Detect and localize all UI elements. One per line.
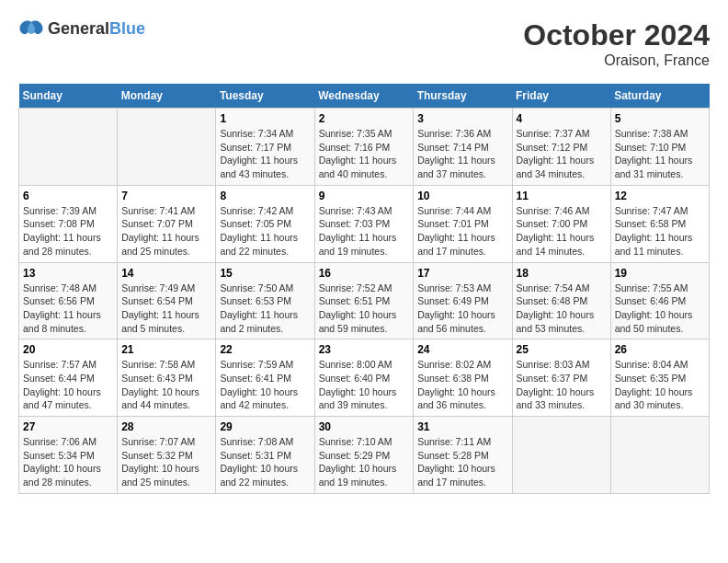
day-info: Sunrise: 7:58 AMSunset: 6:43 PMDaylight:… bbox=[121, 358, 211, 412]
calendar-cell: 28Sunrise: 7:07 AMSunset: 5:32 PMDayligh… bbox=[118, 417, 216, 494]
logo-general: General bbox=[48, 19, 109, 38]
day-number: 18 bbox=[517, 267, 607, 280]
week-row-1: 1Sunrise: 7:34 AMSunset: 7:17 PMDaylight… bbox=[19, 109, 710, 186]
day-info: Sunrise: 7:06 AMSunset: 5:34 PMDaylight:… bbox=[23, 435, 113, 489]
day-number: 28 bbox=[121, 420, 211, 433]
calendar-body: 1Sunrise: 7:34 AMSunset: 7:17 PMDaylight… bbox=[19, 109, 710, 494]
location: Oraison, France bbox=[523, 52, 710, 69]
week-row-3: 13Sunrise: 7:48 AMSunset: 6:56 PMDayligh… bbox=[19, 262, 710, 339]
day-info: Sunrise: 8:03 AMSunset: 6:37 PMDaylight:… bbox=[517, 358, 607, 412]
calendar-cell: 2Sunrise: 7:35 AMSunset: 7:16 PMDaylight… bbox=[314, 109, 414, 186]
calendar-cell: 22Sunrise: 7:59 AMSunset: 6:41 PMDayligh… bbox=[216, 339, 314, 417]
calendar-cell: 8Sunrise: 7:42 AMSunset: 7:05 PMDaylight… bbox=[216, 185, 314, 262]
day-info: Sunrise: 7:42 AMSunset: 7:05 PMDaylight:… bbox=[220, 204, 310, 259]
week-row-2: 6Sunrise: 7:39 AMSunset: 7:08 PMDaylight… bbox=[19, 185, 710, 262]
day-info: Sunrise: 7:52 AMSunset: 6:51 PMDaylight:… bbox=[319, 282, 410, 336]
day-info: Sunrise: 7:07 AMSunset: 5:32 PMDaylight:… bbox=[121, 435, 211, 489]
day-info: Sunrise: 7:47 AMSunset: 6:58 PMDaylight:… bbox=[615, 204, 705, 259]
day-number: 22 bbox=[220, 343, 310, 356]
weekday-row: SundayMondayTuesdayWednesdayThursdayFrid… bbox=[19, 84, 710, 109]
calendar-cell bbox=[118, 109, 216, 186]
day-number: 27 bbox=[23, 420, 113, 433]
weekday-wednesday: Wednesday bbox=[314, 84, 414, 109]
day-number: 21 bbox=[121, 343, 211, 356]
calendar-cell: 20Sunrise: 7:57 AMSunset: 6:44 PMDayligh… bbox=[19, 339, 118, 417]
calendar-cell: 4Sunrise: 7:37 AMSunset: 7:12 PMDaylight… bbox=[512, 109, 610, 186]
logo-blue: Blue bbox=[109, 19, 145, 38]
day-number: 14 bbox=[121, 267, 211, 280]
calendar-cell: 11Sunrise: 7:46 AMSunset: 7:00 PMDayligh… bbox=[512, 185, 610, 262]
day-info: Sunrise: 7:55 AMSunset: 6:46 PMDaylight:… bbox=[615, 282, 705, 336]
calendar-cell bbox=[512, 417, 610, 494]
calendar-cell bbox=[19, 109, 118, 186]
day-number: 16 bbox=[319, 267, 410, 280]
day-info: Sunrise: 7:53 AMSunset: 6:49 PMDaylight:… bbox=[417, 282, 507, 336]
day-number: 1 bbox=[220, 112, 310, 125]
day-number: 25 bbox=[517, 343, 607, 356]
weekday-monday: Monday bbox=[118, 84, 216, 109]
day-info: Sunrise: 7:50 AMSunset: 6:53 PMDaylight:… bbox=[220, 282, 310, 336]
calendar-cell: 6Sunrise: 7:39 AMSunset: 7:08 PMDaylight… bbox=[19, 185, 118, 262]
month-title: October 2024 Oraison, France bbox=[523, 18, 710, 69]
calendar-cell bbox=[610, 417, 709, 494]
calendar-cell: 15Sunrise: 7:50 AMSunset: 6:53 PMDayligh… bbox=[216, 262, 314, 339]
day-info: Sunrise: 7:35 AMSunset: 7:16 PMDaylight:… bbox=[319, 127, 410, 181]
page-header: GeneralBlue October 2024 Oraison, France bbox=[18, 18, 710, 69]
calendar-cell: 12Sunrise: 7:47 AMSunset: 6:58 PMDayligh… bbox=[610, 185, 709, 262]
day-info: Sunrise: 7:49 AMSunset: 6:54 PMDaylight:… bbox=[121, 282, 211, 336]
calendar-cell: 19Sunrise: 7:55 AMSunset: 6:46 PMDayligh… bbox=[610, 262, 709, 339]
calendar-cell: 23Sunrise: 8:00 AMSunset: 6:40 PMDayligh… bbox=[314, 339, 414, 417]
calendar-header: SundayMondayTuesdayWednesdayThursdayFrid… bbox=[19, 84, 710, 109]
day-info: Sunrise: 7:10 AMSunset: 5:29 PMDaylight:… bbox=[319, 435, 410, 489]
calendar-cell: 25Sunrise: 8:03 AMSunset: 6:37 PMDayligh… bbox=[512, 339, 610, 417]
weekday-saturday: Saturday bbox=[610, 84, 709, 109]
calendar-cell: 14Sunrise: 7:49 AMSunset: 6:54 PMDayligh… bbox=[118, 262, 216, 339]
day-info: Sunrise: 7:59 AMSunset: 6:41 PMDaylight:… bbox=[220, 358, 310, 412]
calendar-cell: 27Sunrise: 7:06 AMSunset: 5:34 PMDayligh… bbox=[19, 417, 118, 494]
day-number: 23 bbox=[319, 343, 410, 356]
day-number: 29 bbox=[220, 420, 310, 433]
day-info: Sunrise: 8:04 AMSunset: 6:35 PMDaylight:… bbox=[615, 358, 705, 412]
logo: GeneralBlue bbox=[18, 18, 145, 39]
day-info: Sunrise: 7:38 AMSunset: 7:10 PMDaylight:… bbox=[615, 127, 705, 181]
weekday-tuesday: Tuesday bbox=[216, 84, 314, 109]
day-info: Sunrise: 7:34 AMSunset: 7:17 PMDaylight:… bbox=[220, 127, 310, 181]
day-info: Sunrise: 8:02 AMSunset: 6:38 PMDaylight:… bbox=[417, 358, 507, 412]
day-number: 15 bbox=[220, 267, 310, 280]
day-number: 13 bbox=[23, 267, 113, 280]
day-info: Sunrise: 7:08 AMSunset: 5:31 PMDaylight:… bbox=[220, 435, 310, 489]
week-row-4: 20Sunrise: 7:57 AMSunset: 6:44 PMDayligh… bbox=[19, 339, 710, 417]
month-year: October 2024 bbox=[523, 18, 710, 52]
calendar-cell: 18Sunrise: 7:54 AMSunset: 6:48 PMDayligh… bbox=[512, 262, 610, 339]
calendar-cell: 30Sunrise: 7:10 AMSunset: 5:29 PMDayligh… bbox=[314, 417, 414, 494]
day-number: 24 bbox=[417, 343, 507, 356]
day-number: 12 bbox=[615, 190, 705, 202]
calendar-cell: 1Sunrise: 7:34 AMSunset: 7:17 PMDaylight… bbox=[216, 109, 314, 186]
day-info: Sunrise: 7:11 AMSunset: 5:28 PMDaylight:… bbox=[417, 435, 507, 489]
calendar-cell: 31Sunrise: 7:11 AMSunset: 5:28 PMDayligh… bbox=[414, 417, 512, 494]
day-number: 9 bbox=[319, 190, 410, 202]
calendar-cell: 9Sunrise: 7:43 AMSunset: 7:03 PMDaylight… bbox=[314, 185, 414, 262]
day-number: 30 bbox=[319, 420, 410, 433]
day-info: Sunrise: 7:37 AMSunset: 7:12 PMDaylight:… bbox=[517, 127, 607, 181]
calendar-cell: 13Sunrise: 7:48 AMSunset: 6:56 PMDayligh… bbox=[19, 262, 118, 339]
day-info: Sunrise: 7:57 AMSunset: 6:44 PMDaylight:… bbox=[23, 358, 113, 412]
day-info: Sunrise: 7:43 AMSunset: 7:03 PMDaylight:… bbox=[319, 204, 410, 259]
day-number: 6 bbox=[23, 190, 113, 202]
weekday-thursday: Thursday bbox=[414, 84, 512, 109]
day-number: 31 bbox=[417, 420, 507, 433]
logo-text: GeneralBlue bbox=[48, 19, 145, 39]
calendar-cell: 3Sunrise: 7:36 AMSunset: 7:14 PMDaylight… bbox=[414, 109, 512, 186]
day-number: 2 bbox=[319, 112, 410, 125]
calendar-cell: 26Sunrise: 8:04 AMSunset: 6:35 PMDayligh… bbox=[610, 339, 709, 417]
day-info: Sunrise: 8:00 AMSunset: 6:40 PMDaylight:… bbox=[319, 358, 410, 412]
day-number: 4 bbox=[517, 112, 607, 125]
day-info: Sunrise: 7:48 AMSunset: 6:56 PMDaylight:… bbox=[23, 282, 113, 336]
day-number: 20 bbox=[23, 343, 113, 356]
day-info: Sunrise: 7:46 AMSunset: 7:00 PMDaylight:… bbox=[517, 204, 607, 259]
calendar-cell: 29Sunrise: 7:08 AMSunset: 5:31 PMDayligh… bbox=[216, 417, 314, 494]
day-number: 19 bbox=[615, 267, 705, 280]
calendar-cell: 16Sunrise: 7:52 AMSunset: 6:51 PMDayligh… bbox=[314, 262, 414, 339]
day-info: Sunrise: 7:41 AMSunset: 7:07 PMDaylight:… bbox=[121, 204, 211, 259]
calendar-cell: 10Sunrise: 7:44 AMSunset: 7:01 PMDayligh… bbox=[414, 185, 512, 262]
